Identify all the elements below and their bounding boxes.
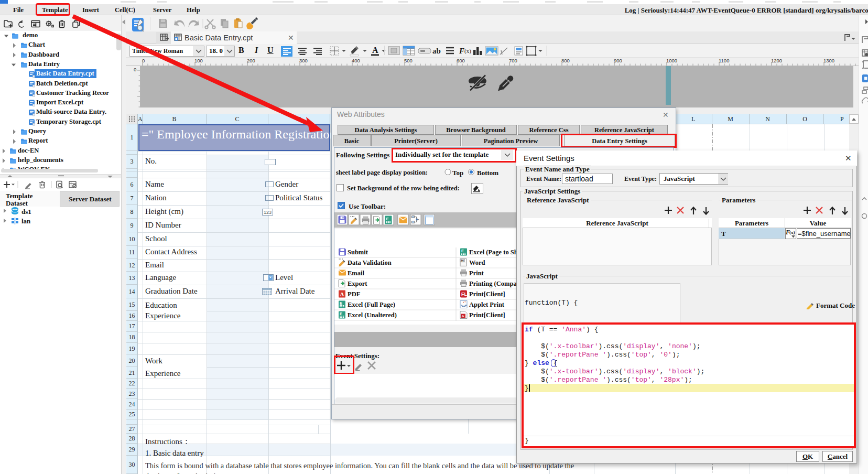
svg-text:123: 123 bbox=[264, 210, 272, 215]
svg-text:500: 500 bbox=[404, 58, 413, 63]
svg-text:E: E bbox=[386, 217, 389, 221]
svg-text:E: E bbox=[340, 311, 342, 316]
svg-text:W: W bbox=[461, 258, 464, 262]
svg-text:1300: 1300 bbox=[823, 58, 834, 63]
svg-text:700: 700 bbox=[509, 58, 517, 63]
svg-text:FL: FL bbox=[461, 292, 467, 297]
svg-text:1200: 1200 bbox=[771, 58, 782, 63]
svg-text:A: A bbox=[462, 314, 464, 318]
svg-text:A: A bbox=[340, 291, 344, 297]
svg-text:600: 600 bbox=[457, 58, 465, 63]
svg-text:1100: 1100 bbox=[719, 58, 729, 63]
svg-text:900: 900 bbox=[614, 58, 622, 63]
svg-text:800: 800 bbox=[561, 58, 570, 63]
svg-text:1000: 1000 bbox=[666, 58, 677, 63]
svg-text:E: E bbox=[461, 249, 464, 253]
svg-text:E: E bbox=[340, 301, 342, 306]
svg-text:A: A bbox=[372, 46, 378, 55]
svg-text:ab: ab bbox=[432, 47, 441, 55]
svg-text:(x): (x) bbox=[464, 48, 471, 55]
svg-text:F: F bbox=[459, 47, 464, 55]
